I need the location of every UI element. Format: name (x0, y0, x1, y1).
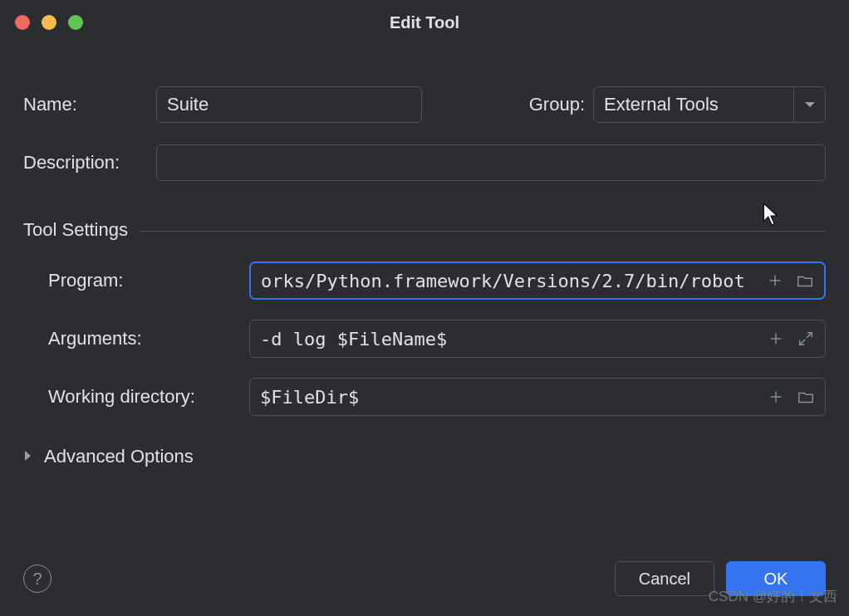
arguments-label: Arguments: (48, 328, 249, 350)
tool-settings-group: Tool Settings Program: Arguments: (23, 231, 826, 416)
working-directory-input-wrapper (249, 378, 826, 416)
name-input[interactable] (156, 86, 422, 123)
titlebar: Edit Tool (0, 0, 849, 45)
working-directory-row: Working directory: (48, 378, 826, 416)
svg-line-5 (800, 340, 805, 345)
help-button[interactable]: ? (23, 565, 52, 593)
group-select[interactable]: External Tools (593, 86, 826, 123)
window-controls (15, 15, 83, 30)
group-label: Group: (529, 94, 585, 115)
name-label: Name: (23, 94, 148, 115)
dialog-footer: ? Cancel OK (23, 561, 826, 596)
expand-icon[interactable] (793, 326, 818, 351)
arguments-input[interactable] (250, 322, 758, 356)
tool-settings-legend: Tool Settings (23, 219, 140, 241)
working-directory-input[interactable] (250, 380, 758, 414)
program-row: Program: (48, 262, 826, 300)
group-selected-value: External Tools (604, 94, 793, 115)
minimize-icon[interactable] (42, 15, 56, 30)
ok-button[interactable]: OK (726, 561, 826, 596)
program-input[interactable] (251, 264, 758, 298)
name-row: Name: Group: External Tools (23, 86, 826, 123)
dialog-title: Edit Tool (0, 13, 849, 32)
insert-macro-icon[interactable] (763, 268, 788, 293)
insert-macro-icon[interactable] (763, 384, 788, 409)
description-row: Description: (23, 144, 826, 181)
program-label: Program: (48, 270, 249, 291)
svg-line-4 (807, 333, 812, 338)
close-icon[interactable] (15, 15, 30, 30)
browse-folder-icon[interactable] (793, 268, 817, 293)
zoom-icon[interactable] (68, 15, 83, 30)
working-directory-label: Working directory: (48, 386, 249, 408)
browse-folder-icon[interactable] (793, 384, 818, 409)
insert-macro-icon[interactable] (763, 326, 788, 351)
arguments-input-wrapper (249, 320, 826, 358)
description-input[interactable] (156, 144, 826, 181)
chevron-right-icon (23, 447, 32, 467)
program-input-wrapper (249, 262, 826, 300)
description-label: Description: (23, 152, 148, 174)
chevron-down-icon (793, 86, 825, 123)
arguments-row: Arguments: (48, 320, 826, 358)
cancel-button[interactable]: Cancel (615, 561, 714, 596)
advanced-options-toggle[interactable]: Advanced Options (23, 446, 826, 467)
advanced-options-label: Advanced Options (44, 446, 194, 467)
